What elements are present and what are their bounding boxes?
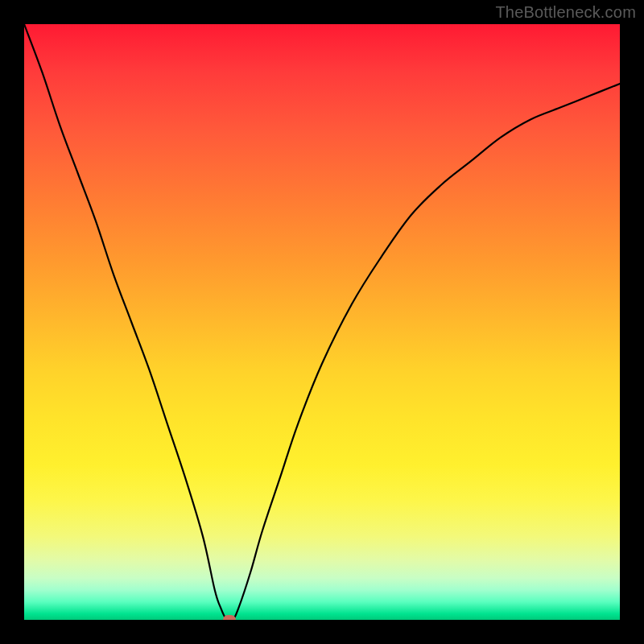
optimum-marker — [223, 615, 236, 620]
plot-area — [24, 24, 620, 620]
watermark-text: TheBottleneck.com — [495, 3, 636, 22]
chart-frame: TheBottleneck.com — [0, 0, 644, 644]
bottleneck-curve — [24, 24, 620, 620]
